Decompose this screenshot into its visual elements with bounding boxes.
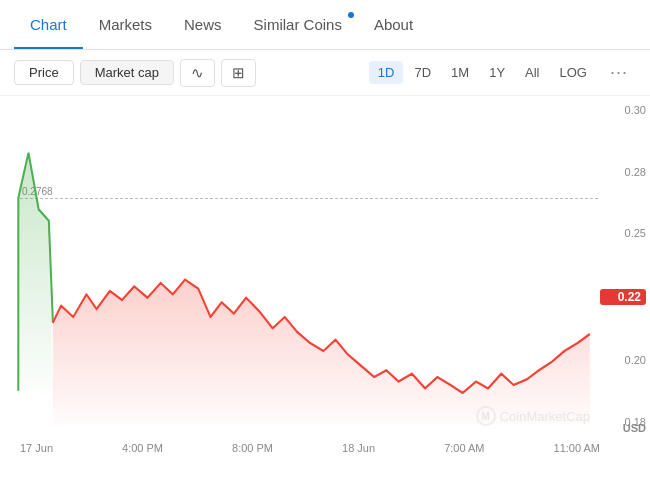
usd-label: USD bbox=[623, 422, 646, 434]
tab-markets[interactable]: Markets bbox=[83, 2, 168, 49]
time-all[interactable]: All bbox=[516, 61, 548, 84]
similar-coins-dot bbox=[348, 12, 354, 18]
red-area-fill bbox=[53, 280, 590, 425]
candle-chart-icon: ⊞ bbox=[232, 64, 245, 82]
time-1d[interactable]: 1D bbox=[369, 61, 404, 84]
y-label-030: 0.30 bbox=[600, 104, 646, 116]
tab-news[interactable]: News bbox=[168, 2, 238, 49]
y-label-020: 0.20 bbox=[600, 354, 646, 366]
line-chart-button[interactable]: ∿ bbox=[180, 59, 215, 87]
x-label-7am: 7:00 AM bbox=[444, 442, 484, 454]
x-label-11am: 11:00 AM bbox=[554, 442, 600, 454]
line-chart-icon: ∿ bbox=[191, 64, 204, 82]
y-label-current: 0.22 bbox=[600, 289, 646, 305]
chart-svg-container bbox=[0, 96, 600, 436]
tab-similar-coins[interactable]: Similar Coins bbox=[238, 2, 358, 49]
tab-markets-label: Markets bbox=[99, 16, 152, 33]
tab-about-label: About bbox=[374, 16, 413, 33]
tab-chart[interactable]: Chart bbox=[14, 2, 83, 49]
price-button[interactable]: Price bbox=[14, 60, 74, 85]
y-label-025: 0.25 bbox=[600, 227, 646, 239]
chart-toolbar: Price Market cap ∿ ⊞ 1D 7D 1M 1Y All LOG… bbox=[0, 50, 650, 96]
candle-chart-button[interactable]: ⊞ bbox=[221, 59, 256, 87]
x-label-17jun: 17 Jun bbox=[20, 442, 53, 454]
marketcap-button[interactable]: Market cap bbox=[80, 60, 174, 85]
y-label-028: 0.28 bbox=[600, 166, 646, 178]
tab-similar-coins-label: Similar Coins bbox=[254, 16, 342, 33]
nav-tabs: Chart Markets News Similar Coins About bbox=[0, 0, 650, 50]
time-log[interactable]: LOG bbox=[551, 61, 596, 84]
price-chart-svg bbox=[0, 96, 600, 436]
x-label-18jun: 18 Jun bbox=[342, 442, 375, 454]
y-axis: 0.30 0.28 0.25 0.22 0.20 0.18 bbox=[600, 96, 650, 436]
time-1m[interactable]: 1M bbox=[442, 61, 478, 84]
x-label-4pm: 4:00 PM bbox=[122, 442, 163, 454]
x-axis: 17 Jun 4:00 PM 8:00 PM 18 Jun 7:00 AM 11… bbox=[20, 436, 600, 476]
watermark-text: CoinMarketCap bbox=[500, 409, 590, 424]
time-1y[interactable]: 1Y bbox=[480, 61, 514, 84]
watermark: M CoinMarketCap bbox=[476, 406, 590, 426]
time-range-buttons: 1D 7D 1M 1Y All LOG bbox=[369, 61, 596, 84]
tab-about[interactable]: About bbox=[358, 2, 429, 49]
time-7d[interactable]: 7D bbox=[405, 61, 440, 84]
tab-chart-label: Chart bbox=[30, 16, 67, 33]
cmc-logo: M bbox=[476, 406, 496, 426]
more-options-button[interactable]: ··· bbox=[602, 58, 636, 87]
chart-area: 0.2768 0.30 0.28 bbox=[0, 96, 650, 476]
x-label-8pm: 8:00 PM bbox=[232, 442, 273, 454]
tab-news-label: News bbox=[184, 16, 222, 33]
